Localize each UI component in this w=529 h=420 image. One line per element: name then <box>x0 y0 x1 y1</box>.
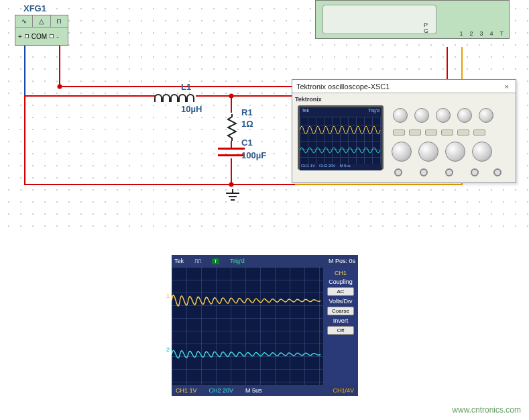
inductor-value: 10µH <box>181 104 202 114</box>
triangle-icon[interactable]: △ <box>33 15 50 27</box>
bot-ch2: CH2 20V <box>209 387 234 394</box>
scope-button[interactable] <box>409 129 421 136</box>
voltsdiv-label: Volts/Div <box>329 298 352 305</box>
ch1-marker: 1 <box>166 293 170 299</box>
scope-knob[interactable] <box>479 108 493 123</box>
bot-timebase: M 5us <box>245 387 262 394</box>
ch2-trace <box>172 350 320 358</box>
scope-knob[interactable] <box>457 108 472 123</box>
xfg-terminal-minus[interactable] <box>50 34 54 38</box>
junction <box>229 182 234 187</box>
scope-knob[interactable] <box>445 142 465 162</box>
xfg-com-label: COM <box>32 33 47 40</box>
scope-button[interactable] <box>441 129 453 136</box>
invert-button[interactable]: Off <box>327 326 354 335</box>
wire <box>24 95 156 97</box>
tek-label: Tek <box>174 258 184 264</box>
scope-side-menu: CH1 Coupling AC Volts/Div Coarse Invert … <box>323 267 358 385</box>
scope-top-screen <box>322 5 436 34</box>
coupling-button[interactable]: AC <box>327 287 354 296</box>
wire <box>24 46 25 97</box>
schematic-canvas: XFG1 ∿ △ ⊓ + COM - P G 1 2 3 4 T <box>0 0 529 235</box>
junction <box>58 85 62 89</box>
bot-trigger: CH1/4V <box>333 387 354 394</box>
scope-bnc-port[interactable] <box>445 168 453 176</box>
function-generator[interactable]: ∿ △ ⊓ + COM - <box>15 15 68 46</box>
trig-status: T <box>212 258 219 264</box>
xfg-terminal-plus[interactable] <box>25 34 29 38</box>
close-icon[interactable]: × <box>502 83 512 91</box>
inductor-ref: L1 <box>181 82 191 92</box>
sine-icon[interactable]: ∿ <box>15 15 33 27</box>
scope-knob[interactable] <box>414 108 429 123</box>
xfg-plus: + <box>18 33 22 40</box>
capacitor-ref: C1 <box>241 138 253 148</box>
wire <box>24 97 25 185</box>
wire <box>231 158 232 185</box>
xfg-ref: XFG1 <box>23 3 46 13</box>
scope-button[interactable] <box>425 129 437 136</box>
bot-ch1: CH1 1V <box>176 387 197 394</box>
scope-bnc-port[interactable] <box>493 168 502 176</box>
trig-label: Trig'd <box>230 258 245 264</box>
resistor-value: 1Ω <box>241 119 253 129</box>
waveform-area: 1 2 <box>172 267 323 385</box>
scope-bnc-port[interactable] <box>420 168 428 176</box>
oscilloscope-detail: Tek ⎍⎍ T Trig'd M Pos: 0s 1 2 CH1 Coupli… <box>172 255 358 396</box>
xfg-minus: - <box>56 33 58 40</box>
scope-brand: Tektronix <box>295 96 513 103</box>
resistor-r1[interactable] <box>227 114 237 141</box>
scope-top-ports: 1 2 3 4 T <box>459 30 504 37</box>
scope-button[interactable] <box>393 129 405 136</box>
scope-instrument-top[interactable]: P G 1 2 3 4 T <box>315 0 510 39</box>
inductor-l1[interactable] <box>154 94 194 103</box>
oscilloscope-window[interactable]: Tektronix oscilloscope-XSC1 × Tektronix … <box>292 79 516 183</box>
scope-knob[interactable] <box>392 142 412 162</box>
coupling-label: Coupling <box>329 278 353 285</box>
scope-knob[interactable] <box>472 142 492 162</box>
wire <box>196 95 294 97</box>
scope-window-title: Tektronix oscilloscope-XSC1 <box>296 83 390 91</box>
scope-pg-labels: P G <box>424 22 428 34</box>
ground-symbol <box>225 189 241 203</box>
scope-knob[interactable] <box>418 142 438 162</box>
scope-screen: TekTrig'd CH1 1V CH2 20V M 5us <box>298 105 384 170</box>
scope-button[interactable] <box>457 129 469 136</box>
mpos-label: M Pos: 0s <box>329 258 355 264</box>
wire <box>59 46 60 87</box>
scope-bnc-port[interactable] <box>394 168 402 176</box>
junction <box>229 94 234 99</box>
scope-knob[interactable] <box>436 108 451 123</box>
watermark: www.cntronics.com <box>452 405 521 415</box>
ch1-trace <box>172 295 320 306</box>
wire <box>24 184 296 185</box>
side-ch-header: CH1 <box>335 270 347 276</box>
invert-label: Invert <box>333 317 349 324</box>
scope-bnc-port[interactable] <box>471 168 479 176</box>
wire <box>295 184 463 185</box>
ch2-marker: 2 <box>166 346 170 353</box>
scope-knob[interactable] <box>393 108 408 123</box>
capacitor-value: 100µF <box>241 150 266 160</box>
resistor-ref: R1 <box>241 107 253 117</box>
scope-button[interactable] <box>473 129 485 136</box>
square-icon[interactable]: ⊓ <box>51 15 68 27</box>
voltsdiv-button[interactable]: Coarse <box>327 307 354 315</box>
